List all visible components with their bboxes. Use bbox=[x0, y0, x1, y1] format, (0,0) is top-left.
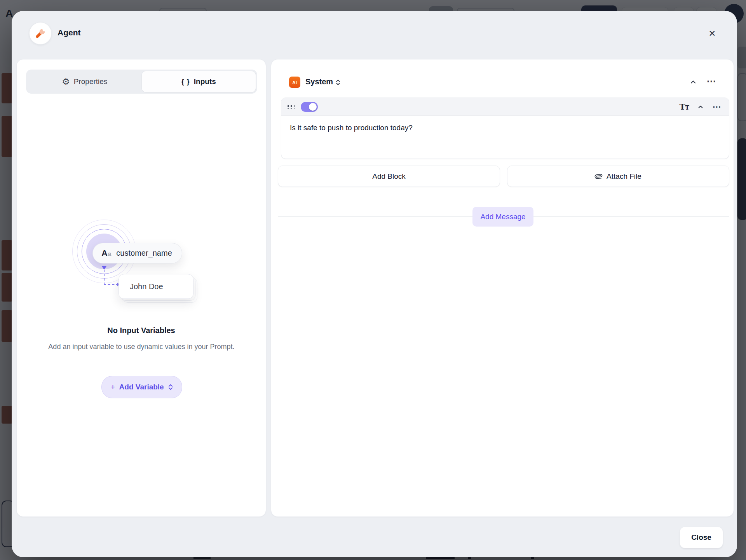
attach-file-button[interactable]: Attach File bbox=[507, 166, 729, 187]
prompt-block: T T ⋯ Is it safe to push to production t… bbox=[281, 98, 729, 159]
block-menu-button[interactable]: ⋯ bbox=[712, 102, 722, 112]
add-block-button[interactable]: Add Block bbox=[278, 166, 500, 187]
chevron-up-icon bbox=[689, 78, 697, 86]
agent-badge bbox=[30, 23, 51, 44]
prompt-panel: AI System ⋯ T bbox=[271, 59, 734, 517]
tab-inputs[interactable]: { } Inputs bbox=[142, 71, 256, 92]
braces-icon: { } bbox=[181, 78, 190, 86]
inputs-panel: ⚙ Properties { } Inputs A a customer_na bbox=[16, 59, 266, 517]
panel-tabs: ⚙ Properties { } Inputs bbox=[26, 70, 257, 94]
dialog-title: Agent bbox=[58, 28, 81, 37]
block-enabled-toggle[interactable] bbox=[301, 102, 318, 112]
attach-file-label: Attach File bbox=[607, 172, 641, 181]
close-icon[interactable]: ✕ bbox=[704, 25, 721, 42]
value-card: John Doe bbox=[119, 274, 193, 299]
screen: A Agent ✕ bbox=[0, 0, 746, 560]
message-role-label: System bbox=[305, 77, 333, 86]
close-button[interactable]: Close bbox=[680, 527, 723, 548]
variable-pill: A a customer_name bbox=[92, 243, 182, 263]
tab-properties[interactable]: ⚙ Properties bbox=[28, 71, 142, 92]
message-menu-button[interactable]: ⋯ bbox=[705, 75, 718, 87]
prompt-text-editor[interactable]: Is it safe to push to production today? bbox=[281, 116, 729, 159]
block-collapse-button[interactable] bbox=[695, 102, 706, 112]
empty-state-title: No Input Variables bbox=[17, 326, 266, 335]
agent-dialog: Agent ✕ ⚙ Properties { } Inputs bbox=[12, 11, 737, 557]
tab-inputs-label: Inputs bbox=[194, 77, 216, 86]
connector-line bbox=[104, 270, 105, 285]
message-collapse-button[interactable] bbox=[687, 76, 699, 88]
add-variable-button[interactable]: + Add Variable bbox=[101, 376, 182, 398]
chevron-up-icon bbox=[697, 103, 704, 110]
text-type-icon: A a bbox=[101, 248, 111, 258]
wrench-icon bbox=[34, 27, 47, 40]
add-block-label: Add Block bbox=[372, 172, 406, 181]
selector-icon bbox=[168, 384, 173, 390]
empty-state-description: Add an input variable to use dynamic val… bbox=[37, 342, 246, 352]
ai-chip-icon: AI bbox=[289, 77, 300, 88]
role-selector-icon[interactable] bbox=[335, 79, 341, 86]
variable-pill-label: customer_name bbox=[116, 249, 172, 258]
connector-line bbox=[104, 284, 119, 285]
add-message-button[interactable]: Add Message bbox=[472, 207, 533, 227]
paperclip-icon bbox=[593, 171, 604, 181]
prompt-block-header: T T ⋯ bbox=[281, 98, 729, 116]
plus-icon: + bbox=[110, 382, 115, 392]
drag-handle-icon[interactable] bbox=[287, 105, 295, 109]
text-format-button[interactable]: T T bbox=[680, 102, 689, 112]
tab-properties-label: Properties bbox=[74, 77, 108, 86]
add-variable-label: Add Variable bbox=[119, 383, 164, 391]
connector-arrow-down-icon bbox=[102, 266, 106, 270]
panel-divider bbox=[26, 100, 257, 100]
gear-icon: ⚙ bbox=[62, 77, 70, 86]
